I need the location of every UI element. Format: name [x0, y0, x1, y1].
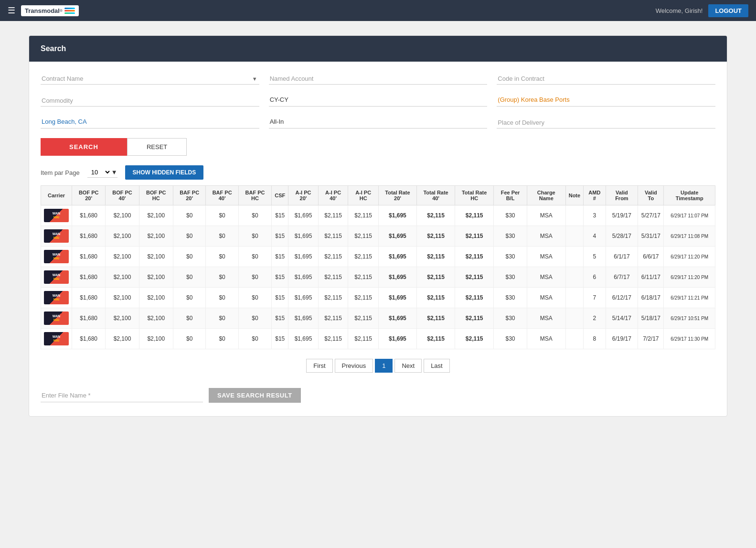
current-page-button[interactable]: 1 — [375, 359, 393, 373]
baf20-cell: $0 — [173, 247, 205, 267]
amd-cell: 3 — [584, 205, 606, 226]
items-per-page-select[interactable]: 10 25 50 100 — [87, 167, 111, 177]
carrier-name-top: WAN — [53, 314, 60, 318]
bof40-cell: $2,100 — [106, 288, 139, 308]
updated-cell: 6/29/17 11:20 PM — [664, 267, 715, 288]
logo-text: Transmodal — [25, 7, 60, 14]
col-bafhc: BAF PC HC — [238, 186, 271, 205]
code-in-contract-input[interactable] — [497, 73, 715, 85]
carrier-name-bottom: HAI — [53, 277, 59, 281]
previous-page-button[interactable]: Previous — [335, 359, 373, 373]
bofhc-cell: $2,100 — [139, 205, 173, 226]
table-row: WAN HAI $1,680 $2,100 $2,100 $0 $0 $0 $1… — [41, 247, 715, 267]
carrier-cell: WAN HAI — [41, 205, 72, 226]
carrier-name-top: WAN — [53, 335, 60, 339]
total40-cell: $2,115 — [417, 288, 455, 308]
totalhc-cell: $2,115 — [455, 226, 494, 247]
aihc-cell: $2,115 — [348, 329, 379, 349]
valid-to-cell: 6/11/17 — [638, 267, 664, 288]
bafhc-cell: $0 — [238, 288, 271, 308]
updated-cell: 6/29/17 11:21 PM — [664, 288, 715, 308]
logo: Transmodal ® — [21, 5, 79, 16]
reset-button[interactable]: RESET — [127, 138, 187, 156]
note-cell — [565, 267, 583, 288]
col-bofhc: BOF PC HC — [139, 186, 173, 205]
note-cell — [565, 205, 583, 226]
valid-to-cell: 7/2/17 — [638, 329, 664, 349]
bofhc-cell: $2,100 — [139, 247, 173, 267]
items-select-wrap[interactable]: 10 25 50 100 ▼ — [87, 167, 117, 178]
ai40-cell: $2,115 — [318, 247, 348, 267]
bof20-cell: $1,680 — [72, 267, 106, 288]
col-updated: Update Timestamp — [664, 186, 715, 205]
carrier-name-bottom: HAI — [53, 236, 59, 240]
show-hidden-fields-button[interactable]: SHOW HIDDEN FIELDS — [125, 165, 204, 180]
col-bof20: BOF PC 20' — [72, 186, 106, 205]
place-of-delivery-field — [497, 117, 715, 129]
bofhc-cell: $2,100 — [139, 267, 173, 288]
first-page-button[interactable]: First — [306, 359, 332, 373]
totalhc-cell: $2,115 — [455, 205, 494, 226]
items-row: Item par Page 10 25 50 100 ▼ SHOW HIDDEN… — [41, 165, 715, 180]
col-total40: Total Rate 40' — [417, 186, 455, 205]
named-account-field — [269, 73, 488, 85]
charge-cell: MSA — [527, 288, 565, 308]
hamburger-icon[interactable]: ☰ — [8, 5, 15, 16]
search-card: Search ▼ — [29, 35, 727, 417]
bof20-cell: $1,680 — [72, 205, 106, 226]
named-account-input[interactable] — [269, 73, 488, 85]
valid-from-cell: 5/28/17 — [606, 226, 638, 247]
all-in-field: All-In — [269, 116, 488, 129]
total40-cell: $2,115 — [417, 267, 455, 288]
form-row-3: Long Beach, CA All-In — [41, 116, 715, 129]
bof40-cell: $2,100 — [106, 205, 139, 226]
ai40-cell: $2,115 — [318, 308, 348, 329]
carrier-cell: WAN HAI — [41, 247, 72, 267]
carrier-cell: WAN HAI — [41, 267, 72, 288]
updated-cell: 6/29/17 11:08 PM — [664, 226, 715, 247]
carrier-logo: WAN HAI — [44, 270, 69, 284]
ai20-cell: $1,695 — [288, 226, 319, 247]
logout-button[interactable]: LOGOUT — [708, 4, 748, 17]
fee-cell: $30 — [494, 226, 527, 247]
navbar-right: Welcome, Girish! LOGOUT — [656, 4, 748, 17]
csf-cell: $15 — [272, 288, 288, 308]
carrier-logo: WAN HAI — [44, 312, 69, 325]
ai20-cell: $1,695 — [288, 329, 319, 349]
note-cell — [565, 329, 583, 349]
carrier-name-top: WAN — [53, 294, 60, 298]
search-button[interactable]: SEARCH — [41, 138, 127, 156]
carrier-name-bottom: HAI — [53, 257, 59, 260]
bofhc-cell: $2,100 — [139, 226, 173, 247]
file-name-input[interactable] — [41, 389, 203, 402]
contract-name-field: ▼ — [41, 73, 259, 85]
group-korea-field: (Group) Korea Base Ports — [497, 94, 715, 107]
fee-cell: $30 — [494, 308, 527, 329]
amd-cell: 6 — [584, 267, 606, 288]
action-buttons: SEARCH RESET — [41, 138, 715, 156]
bof20-cell: $1,680 — [72, 226, 106, 247]
code-in-contract-field — [497, 73, 715, 85]
commodity-input[interactable] — [41, 95, 259, 107]
valid-to-cell: 5/27/17 — [638, 205, 664, 226]
contract-name-input[interactable] — [41, 73, 250, 84]
ai20-cell: $1,695 — [288, 267, 319, 288]
col-totalhc: Total Rate HC — [455, 186, 494, 205]
bafhc-cell: $0 — [238, 329, 271, 349]
note-cell — [565, 288, 583, 308]
valid-from-cell: 5/14/17 — [606, 308, 638, 329]
place-of-delivery-input[interactable] — [497, 117, 715, 129]
carrier-name-bottom: HAI — [53, 339, 59, 343]
col-carrier: Carrier — [41, 186, 72, 205]
total40-cell: $2,115 — [417, 308, 455, 329]
aihc-cell: $2,115 — [348, 205, 379, 226]
next-page-button[interactable]: Next — [394, 359, 422, 373]
ai20-cell: $1,695 — [288, 308, 319, 329]
contract-name-dropdown[interactable]: ▼ — [41, 73, 259, 85]
last-page-button[interactable]: Last — [424, 359, 450, 373]
carrier-logo: WAN HAI — [44, 229, 69, 243]
carrier-logo: WAN HAI — [44, 250, 69, 263]
csf-cell: $15 — [272, 267, 288, 288]
save-search-result-button[interactable]: SAVE SEARCH RESULT — [209, 388, 301, 403]
bof40-cell: $2,100 — [106, 329, 139, 349]
